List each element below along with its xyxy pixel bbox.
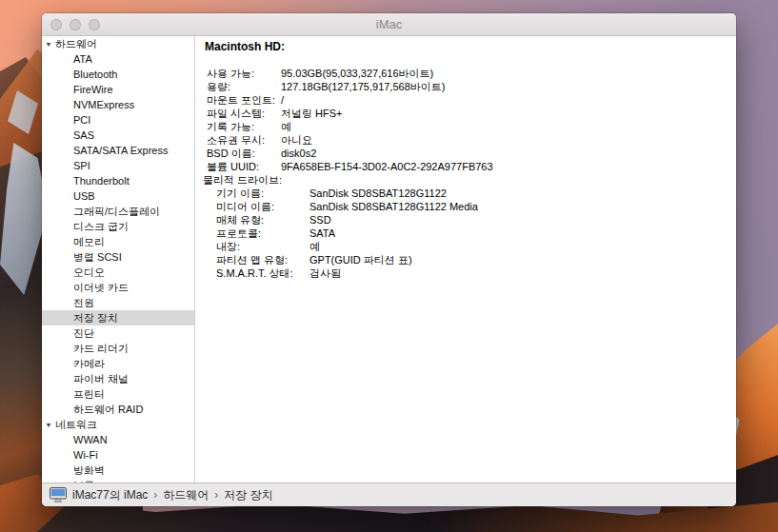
sidebar-item[interactable]: ▼ USB: [42, 188, 194, 204]
sidebar-item[interactable]: ▼ Bluetooth: [42, 67, 194, 82]
sidebar-item-label: 파이버 채널: [73, 372, 129, 386]
sidebar-item-label: 하드웨어: [55, 37, 97, 51]
sidebar-item[interactable]: ▼ ATA: [42, 51, 194, 67]
sidebar-item-label: USB: [73, 190, 95, 202]
sidebar-item-label: Bluetooth: [73, 69, 117, 80]
sidebar-item-label: 전원: [73, 296, 94, 310]
sidebar-item-label: PCI: [73, 114, 90, 126]
info-row: 내장: 예: [207, 240, 736, 253]
info-label: 프로토콜:: [216, 227, 309, 240]
sidebar-item-label: ATA: [73, 53, 92, 65]
sidebar-item[interactable]: ▼ Wi-Fi: [42, 447, 194, 463]
info-label: 파일 시스템:: [207, 107, 281, 120]
info-label: 기기 이름:: [216, 187, 309, 200]
sidebar-item[interactable]: ▼ 방화벽: [42, 463, 194, 478]
info-value: 예: [309, 240, 320, 253]
info-row: 기록 가능: 예: [207, 120, 736, 133]
info-row: 볼륨 UUID: 9FA658EB-F154-3D02-A0C2-292A977…: [207, 160, 736, 173]
sidebar-item-label: SATA/SATA Express: [73, 145, 168, 156]
disclosure-triangle-icon[interactable]: ▼: [45, 421, 52, 428]
system-information-window: iMac ▼ 하드웨어 ▼ ATA ▼ Bluetooth ▼ Fire: [42, 13, 736, 506]
sidebar-item-label: 카메라: [73, 357, 105, 371]
sidebar-item-label: 메모리: [73, 235, 105, 249]
sidebar-item[interactable]: ▼ 전원: [42, 295, 194, 310]
sidebar-item[interactable]: ▼ NVMExpress: [42, 97, 194, 112]
info-row: 마운트 포인트: /: [207, 93, 736, 107]
status-bar: iMac77의 iMac › 하드웨어 › 저장 장치: [42, 483, 736, 506]
info-row: 소유권 무시: 아니요: [207, 133, 736, 147]
info-value: 아니요: [281, 133, 312, 147]
info-value: 127.18GB(127,175,917,568바이트): [281, 80, 445, 93]
sidebar-item[interactable]: ▼ SATA/SATA Express: [42, 143, 194, 158]
sidebar-item[interactable]: ▼ 네트워크: [42, 417, 194, 432]
sidebar-item-label: 프린터: [73, 387, 105, 402]
info-row: 프로토콜: SATA: [207, 227, 736, 240]
close-button[interactable]: [50, 19, 62, 30]
info-label: 기록 가능:: [207, 120, 281, 133]
breadcrumb-separator: ›: [153, 488, 157, 502]
sidebar-item-label: SPI: [73, 160, 90, 171]
info-row: BSD 이름: disk0s2: [207, 147, 736, 160]
sidebar-item-label: 진단: [73, 326, 94, 341]
detail-pane: Macintosh HD: 사용 가능: 95.03GB(95,033,327,…: [195, 36, 736, 483]
info-label: 마운트 포인트:: [207, 93, 281, 107]
breadcrumb-storage[interactable]: 저장 장치: [224, 487, 272, 503]
info-label: S.M.A.R.T. 상태:: [216, 266, 309, 280]
sidebar-item-label: 오디오: [73, 266, 105, 280]
info-value: 9FA658EB-F154-3D02-A0C2-292A977FB763: [281, 160, 493, 173]
sidebar-item[interactable]: ▼ 병렬 SCSI: [42, 249, 194, 265]
sidebar-item[interactable]: ▼ 그래픽/디스플레이: [42, 204, 194, 219]
sidebar-item-label: WWAN: [73, 434, 108, 445]
info-value: SATA: [309, 227, 335, 240]
info-rows: 사용 가능: 95.03GB(95,033,327,616바이트) 용량: 12…: [195, 67, 736, 280]
sidebar-item-label: 방화벽: [73, 463, 105, 478]
info-label: 용량:: [207, 80, 281, 93]
info-row: 미디어 이름: SanDisk SD8SBAT128G1122 Media: [207, 200, 736, 213]
info-value: 저널링 HFS+: [281, 107, 342, 120]
sidebar-item[interactable]: ▼ 저장 장치: [42, 310, 194, 325]
sidebar-item[interactable]: ▼ Thunderbolt: [42, 173, 194, 188]
sidebar-item[interactable]: ▼ 메모리: [42, 234, 194, 249]
sidebar-item[interactable]: ▼ 디스크 굽기: [42, 219, 194, 234]
sidebar-item[interactable]: ▼ 카메라: [42, 356, 194, 371]
traffic-light-buttons: [50, 19, 100, 30]
window-titlebar[interactable]: iMac: [42, 13, 736, 36]
breadcrumb-computer[interactable]: iMac77의 iMac: [72, 487, 148, 503]
info-label: 매체 유형:: [216, 213, 309, 227]
info-row: 사용 가능: 95.03GB(95,033,327,616바이트): [207, 67, 736, 80]
info-value: GPT(GUID 파티션 표): [309, 253, 412, 266]
sidebar-item[interactable]: ▼ SAS: [42, 128, 194, 143]
sidebar-item[interactable]: ▼ 이더넷 카드: [42, 280, 194, 295]
sidebar-item-label: Thunderbolt: [73, 175, 130, 187]
info-value: 95.03GB(95,033,327,616바이트): [281, 67, 433, 80]
info-label: 소유권 무시:: [207, 133, 281, 147]
sidebar-item[interactable]: ▼ 진단: [42, 325, 194, 341]
sidebar-item-label: SAS: [73, 129, 94, 141]
sidebar-item[interactable]: ▼ 하드웨어: [42, 36, 194, 51]
sidebar-item[interactable]: ▼ WWAN: [42, 432, 194, 447]
info-value: SanDisk SD8SBAT128G1122: [309, 187, 447, 200]
info-value: SanDisk SD8SBAT128G1122 Media: [309, 200, 478, 213]
window-body: ▼ 하드웨어 ▼ ATA ▼ Bluetooth ▼ FireWire ▼ NV…: [42, 36, 736, 483]
disclosure-triangle-icon[interactable]: ▼: [45, 40, 52, 48]
sidebar-item[interactable]: ▼ 하드웨어 RAID: [42, 402, 194, 417]
info-label: 물리적 드라이브:: [203, 173, 282, 187]
sidebar-item[interactable]: ▼ 오디오: [42, 265, 194, 280]
info-row: S.M.A.R.T. 상태: 검사됨: [207, 266, 736, 280]
sidebar-item[interactable]: ▼ FireWire: [42, 82, 194, 97]
sidebar-item-label: 이더넷 카드: [73, 281, 129, 295]
info-row: 기기 이름: SanDisk SD8SBAT128G1122: [207, 187, 736, 200]
info-value: 검사됨: [309, 266, 341, 280]
sidebar-item-label: NVMExpress: [73, 99, 134, 110]
sidebar-item[interactable]: ▼ PCI: [42, 112, 194, 128]
sidebar-item[interactable]: ▼ SPI: [42, 158, 194, 173]
sidebar-item[interactable]: ▼ 프린터: [42, 386, 194, 402]
zoom-button[interactable]: [89, 19, 100, 30]
sidebar-item[interactable]: ▼ 카드 리더기: [42, 341, 194, 356]
sidebar-item[interactable]: ▼ 파이버 채널: [42, 371, 194, 386]
volume-title: Macintosh HD:: [205, 40, 736, 53]
info-row: 파일 시스템: 저널링 HFS+: [207, 107, 736, 120]
info-label: 볼륨 UUID:: [207, 160, 281, 173]
breadcrumb-hardware[interactable]: 하드웨어: [163, 487, 209, 503]
minimize-button[interactable]: [70, 19, 81, 30]
